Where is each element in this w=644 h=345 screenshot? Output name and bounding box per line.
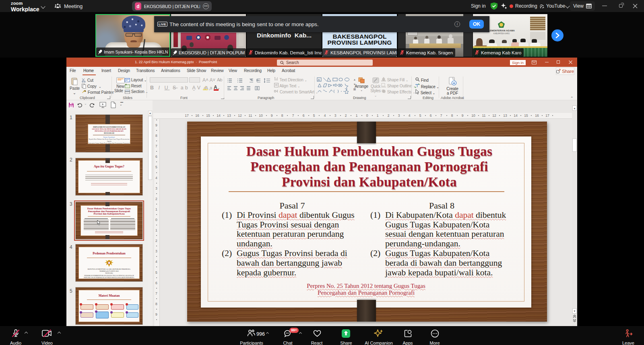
- svg-text:A: A: [318, 78, 320, 82]
